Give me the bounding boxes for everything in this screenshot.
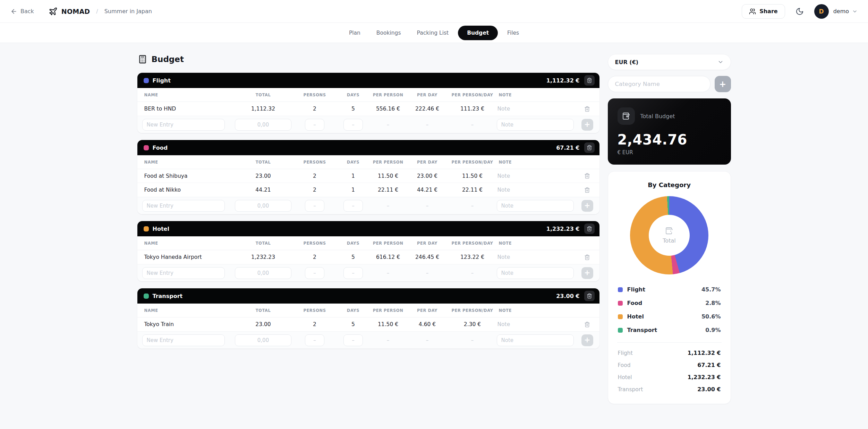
legend-item-transport: Transport0.9% (617, 323, 722, 337)
column-header-per-day: PER DAY (407, 93, 448, 97)
category-total: 1,232.23 € (546, 226, 580, 232)
new-entry-total-input[interactable] (235, 119, 291, 131)
new-entry-persons-input[interactable] (305, 200, 324, 212)
total-budget-amount: 2,434.76 (618, 132, 721, 148)
donut-center: Total (649, 215, 690, 256)
table-header-row: NAMETOTALPERSONSDAYSPER PERSONPER DAYPER… (137, 155, 599, 169)
column-header-persons: PERSONS (293, 93, 337, 97)
entry-note-input[interactable] (497, 321, 577, 327)
tab-budget[interactable]: Budget (458, 26, 498, 40)
dark-mode-toggle[interactable] (795, 7, 804, 16)
category-name-input[interactable] (608, 76, 710, 92)
tab-files[interactable]: Files (501, 26, 526, 40)
tab-plan[interactable]: Plan (342, 26, 367, 40)
delete-entry-button[interactable] (583, 172, 592, 180)
category-total-value: 1,112.32 € (688, 350, 721, 356)
entry-name: Food at Shibuya (142, 173, 234, 179)
add-category-button[interactable]: + (715, 76, 731, 92)
new-entry-persons-input[interactable] (305, 267, 324, 279)
column-header-per-day: PER DAY (407, 308, 448, 313)
breadcrumb-separator: / (96, 8, 98, 15)
user-menu[interactable]: demo (833, 8, 858, 15)
back-button[interactable]: Back (10, 8, 34, 15)
avatar[interactable]: D (814, 4, 829, 19)
new-entry-name-input[interactable] (142, 119, 225, 131)
new-entry-total-input[interactable] (235, 334, 291, 346)
new-entry-row: – – – + (137, 116, 599, 133)
column-header-total: TOTAL (234, 241, 293, 246)
table-body: Tokyo Train 23.00 2 5 11.50 € 4.60 € 2.3… (137, 317, 599, 331)
new-entry-days-input[interactable] (343, 334, 363, 346)
new-entry-days-input[interactable] (343, 119, 363, 131)
avatar-initial: D (819, 8, 824, 15)
budget-entry-row: Food at Shibuya 23.00 2 1 11.50 € 23.00 … (137, 169, 599, 183)
category-total-label: Flight (618, 350, 633, 356)
legend-label: Hotel (627, 313, 644, 320)
column-header-days: DAYS (337, 93, 370, 97)
column-header-days: DAYS (337, 160, 370, 165)
top-bar-actions: Share D demo (742, 4, 858, 19)
entry-name: Tokyo Haneda Airport (142, 254, 234, 260)
tab-packing-list[interactable]: Packing List (410, 26, 455, 40)
column-header-note: NOTE (497, 308, 577, 313)
category-total-row-hotel: Hotel1,232.23 € (617, 371, 722, 383)
trash-icon (584, 173, 590, 179)
legend-label: Food (627, 300, 643, 306)
delete-category-button[interactable] (584, 291, 595, 301)
entry-note-input[interactable] (497, 187, 577, 193)
delete-entry-button[interactable] (583, 320, 592, 329)
new-entry-total-input[interactable] (235, 267, 291, 279)
category-totals-list: Flight1,112.32 €Food67.21 €Hotel1,232.23… (617, 347, 722, 395)
delete-entry-button[interactable] (583, 186, 592, 194)
tab-bookings[interactable]: Bookings (370, 26, 408, 40)
category-header: Flight 1,112.32 € (137, 73, 599, 88)
category-color-dot (144, 78, 149, 83)
new-entry-name-input[interactable] (142, 267, 225, 279)
new-entry-persons-input[interactable] (305, 119, 324, 131)
new-entry-note-input[interactable] (497, 200, 574, 212)
new-entry-name-input[interactable] (142, 334, 225, 346)
new-entry-days-input[interactable] (343, 267, 363, 279)
add-category-row: + (608, 76, 731, 92)
new-entry-days-input[interactable] (343, 200, 363, 212)
new-entry-note-input[interactable] (497, 267, 574, 279)
entry-note-input[interactable] (497, 254, 577, 260)
entry-per-day: 23.00 € (407, 173, 448, 179)
delete-category-button[interactable] (584, 142, 595, 153)
category-total-label: Hotel (618, 374, 632, 380)
column-header-total: TOTAL (234, 93, 293, 97)
column-header-per-person-day: PER PERSON/DAY (448, 93, 497, 97)
add-entry-button[interactable]: + (581, 267, 593, 279)
app-logo[interactable]: NOMAD (49, 7, 90, 16)
column-header-note: NOTE (497, 241, 577, 246)
delete-entry-button[interactable] (583, 105, 592, 113)
per-person-day-placeholder: – (448, 337, 497, 343)
per-person-day-placeholder: – (448, 122, 497, 128)
category-total: 23.00 € (556, 293, 579, 299)
new-entry-persons-input[interactable] (305, 334, 324, 346)
plus-icon: + (584, 336, 590, 344)
delete-category-button[interactable] (584, 224, 595, 234)
delete-category-button[interactable] (584, 75, 595, 86)
share-button[interactable]: Share (742, 4, 785, 19)
add-entry-button[interactable]: + (581, 119, 593, 131)
new-entry-total-input[interactable] (235, 200, 291, 212)
new-entry-note-input[interactable] (497, 119, 574, 131)
new-entry-note-input[interactable] (497, 334, 574, 346)
trash-icon (587, 145, 592, 150)
entry-persons: 2 (293, 321, 337, 327)
new-entry-name-input[interactable] (142, 200, 225, 212)
entry-days: 5 (337, 254, 370, 260)
add-entry-button[interactable]: + (581, 334, 593, 346)
entry-note-input[interactable] (497, 173, 577, 179)
delete-entry-button[interactable] (583, 253, 592, 262)
category-total: 1,112.32 € (546, 77, 580, 84)
currency-selected-value: EUR (€) (615, 59, 639, 65)
add-entry-button[interactable]: + (581, 200, 593, 212)
entry-note-input[interactable] (497, 106, 577, 112)
entry-total: 23.00 (234, 173, 293, 179)
new-entry-row: – – – + (137, 331, 599, 349)
currency-select[interactable]: EUR (€) (608, 54, 731, 70)
calculator-icon (138, 55, 147, 64)
per-day-placeholder: – (407, 122, 448, 128)
